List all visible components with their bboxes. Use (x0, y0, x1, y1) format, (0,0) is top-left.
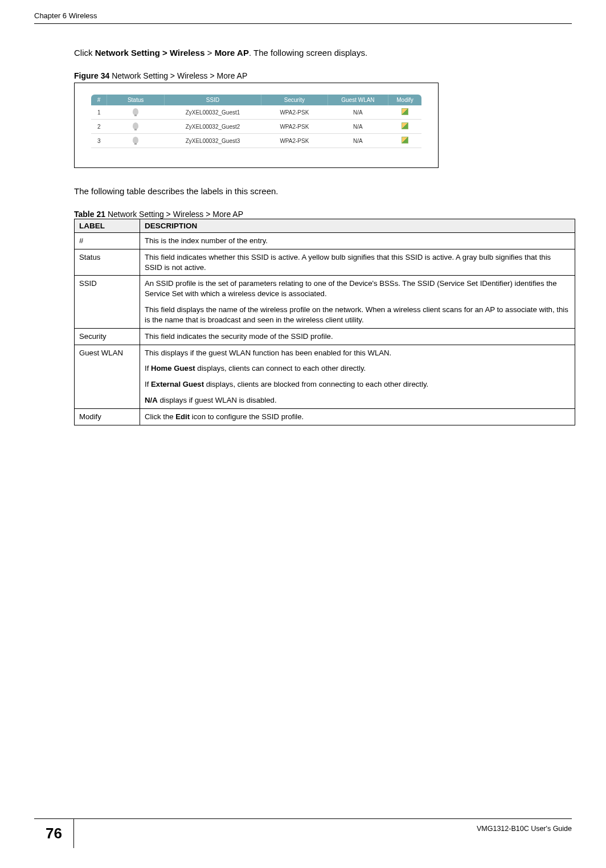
desc-row: Guest WLAN This displays if the guest WL… (75, 345, 575, 408)
intro-paragraph: Click Network Setting > Wireless > More … (74, 47, 572, 59)
edit-icon[interactable] (402, 108, 408, 115)
row-guest-wlan: N/A (327, 105, 388, 120)
txt: If (145, 364, 151, 372)
desc-p1: An SSID profile is the set of parameters… (145, 279, 570, 299)
edit-icon[interactable] (402, 122, 408, 129)
head-description: DESCRIPTION (140, 219, 575, 233)
figure-screenshot: # Status SSID Security Guest WLAN Modify… (74, 83, 439, 168)
row-modify[interactable] (388, 105, 421, 120)
intro-bold-1: Network Setting > Wireless (95, 48, 205, 58)
intro-prefix: Click (74, 48, 95, 58)
bold-na: N/A (145, 396, 158, 404)
bulb-icon (133, 122, 138, 129)
table-caption-text: Network Setting > Wireless > More AP (105, 210, 243, 219)
desc-p2: If Home Guest displays, clients can conn… (145, 363, 570, 374)
bold-home-guest: Home Guest (151, 364, 195, 372)
bold-external-guest: External Guest (151, 380, 204, 388)
row-security: WPA2-PSK (261, 134, 327, 148)
page-number: 76 (34, 819, 74, 848)
txt: icon to configure the SSID profile. (190, 412, 304, 421)
row-ssid: ZyXEL00032_Guest1 (165, 105, 261, 120)
table-caption: Table 21 Network Setting > Wireless > Mo… (74, 210, 572, 219)
desc-row: SSID An SSID profile is the set of param… (75, 276, 575, 328)
desc-text: This field indicates whether this SSID i… (140, 249, 575, 276)
description-table: LABEL DESCRIPTION # This is the index nu… (74, 219, 575, 425)
table-row: 1 ZyXEL00032_Guest1 WPA2-PSK N/A (91, 105, 421, 120)
desc-label: # (75, 233, 140, 249)
desc-p1: This displays if the guest WLAN function… (145, 348, 570, 358)
bold-edit: Edit (175, 412, 190, 421)
col-ssid: SSID (165, 95, 261, 105)
table-label: Table 21 (74, 210, 105, 219)
col-modify: Modify (388, 95, 421, 105)
row-modify[interactable] (388, 120, 421, 134)
edit-icon[interactable] (402, 137, 408, 144)
figure-caption: Figure 34 Network Setting > Wireless > M… (74, 71, 572, 80)
row-index: 3 (91, 134, 107, 148)
row-guest-wlan: N/A (327, 120, 388, 134)
desc-p3: If External Guest displays, clients are … (145, 379, 570, 390)
desc-label: Security (75, 328, 140, 345)
txt: If (145, 380, 151, 388)
txt: displays, clients can connect to each ot… (195, 364, 366, 372)
col-status: Status (107, 95, 165, 105)
row-status (107, 105, 165, 120)
row-index: 1 (91, 105, 107, 120)
col-guest-wlan: Guest WLAN (327, 95, 388, 105)
bulb-icon (133, 137, 138, 144)
desc-label: Modify (75, 408, 140, 425)
row-status (107, 134, 165, 148)
intro-bold-2: More AP (215, 48, 249, 58)
more-ap-table: # Status SSID Security Guest WLAN Modify… (91, 95, 421, 148)
figure-label: Figure 34 (74, 71, 109, 80)
row-security: WPA2-PSK (261, 105, 327, 120)
table-row: 3 ZyXEL00032_Guest3 WPA2-PSK N/A (91, 134, 421, 148)
desc-p4: N/A displays if guest WLAN is disabled. (145, 395, 570, 406)
col-index: # (91, 95, 107, 105)
table-intro-text: The following table describes the labels… (74, 185, 572, 197)
desc-text: This displays if the guest WLAN function… (140, 345, 575, 408)
txt: displays, clients are blocked from conne… (204, 380, 428, 388)
row-modify[interactable] (388, 134, 421, 148)
intro-mid: > (205, 48, 215, 58)
bulb-icon (133, 108, 138, 115)
row-security: WPA2-PSK (261, 120, 327, 134)
row-ssid: ZyXEL00032_Guest2 (165, 120, 261, 134)
desc-label: Guest WLAN (75, 345, 140, 408)
footer-guide-name: VMG1312-B10C User's Guide (74, 819, 572, 848)
desc-label: Status (75, 249, 140, 276)
row-index: 2 (91, 120, 107, 134)
head-label: LABEL (75, 219, 140, 233)
desc-row: Status This field indicates whether this… (75, 249, 575, 276)
table-row: 2 ZyXEL00032_Guest2 WPA2-PSK N/A (91, 120, 421, 134)
desc-text: This field indicates the security mode o… (140, 328, 575, 345)
row-ssid: ZyXEL00032_Guest3 (165, 134, 261, 148)
txt: Click the (145, 412, 175, 421)
desc-p2: This field displays the name of the wire… (145, 305, 570, 325)
desc-text: An SSID profile is the set of parameters… (140, 276, 575, 328)
chapter-header: Chapter 6 Wireless (34, 11, 572, 24)
desc-row: Modify Click the Edit icon to configure … (75, 408, 575, 425)
page-footer: 76 VMG1312-B10C User's Guide (0, 818, 606, 848)
desc-row: Security This field indicates the securi… (75, 328, 575, 345)
figure-caption-text: Network Setting > Wireless > More AP (109, 71, 247, 80)
intro-suffix: . The following screen displays. (249, 48, 367, 58)
desc-label: SSID (75, 276, 140, 328)
row-guest-wlan: N/A (327, 134, 388, 148)
col-security: Security (261, 95, 327, 105)
desc-row: # This is the index number of the entry. (75, 233, 575, 249)
desc-text: This is the index number of the entry. (140, 233, 575, 249)
desc-text: Click the Edit icon to configure the SSI… (140, 408, 575, 425)
row-status (107, 120, 165, 134)
txt: displays if guest WLAN is disabled. (158, 396, 277, 404)
